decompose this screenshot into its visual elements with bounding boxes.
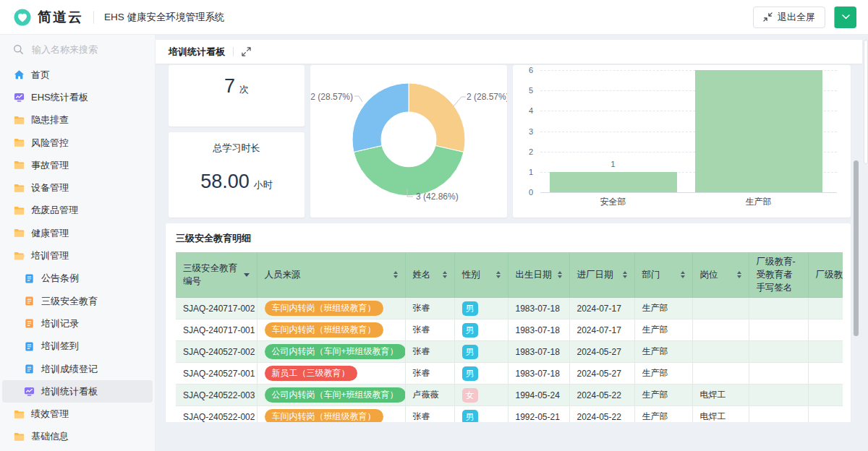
jiandaoyun-logo-icon [13, 8, 32, 27]
exit-fullscreen-button[interactable]: 退出全屏 [753, 7, 825, 28]
sort-icon[interactable] [496, 271, 501, 278]
sidebar-item-label: 健康管理 [31, 227, 69, 240]
cell-education-id: SJAQ-240717-001 [176, 319, 257, 341]
column-header[interactable]: 人员来源 [257, 252, 405, 298]
sort-icon[interactable] [623, 271, 627, 278]
column-header[interactable]: 厂级教育-受教育者手写签名 [749, 252, 808, 298]
cell-gender: 男 [454, 319, 508, 341]
sort-icon[interactable] [737, 271, 741, 278]
cell-name: 张睿 [405, 363, 454, 385]
cell-signature [749, 406, 808, 422]
sidebar-item-label: 培训签到 [41, 340, 79, 353]
table-row[interactable]: SJAQ-240717-001车间内转岗（班组级教育）张睿男1983-07-18… [176, 319, 843, 341]
y-tick-label: 6 [513, 66, 533, 74]
sidebar-item-health-management[interactable]: 健康管理 [2, 222, 153, 244]
cell-department: 生产部 [634, 319, 692, 341]
donut-label-bottom: 3 (42.86%) [416, 192, 459, 202]
chevron-down-icon[interactable] [834, 7, 856, 28]
sidebar-search[interactable] [0, 35, 155, 60]
sidebar-item-performance-management[interactable]: 绩效管理 [2, 403, 153, 425]
donut-chart [310, 65, 507, 218]
header-divider [93, 11, 94, 24]
cell-post [692, 298, 749, 319]
sidebar-item-label: 设备管理 [31, 181, 69, 194]
cell-birth-date: 1983-07-18 [508, 363, 569, 385]
source-badge: 新员工（三级教育） [265, 366, 357, 381]
gender-badge: 男 [462, 366, 478, 381]
content-scrollbar-thumb[interactable] [854, 160, 859, 336]
sidebar-item-three-level-safety-education[interactable]: 三级安全教育 [2, 290, 153, 312]
install-template-button[interactable]: 安装模板(带数据) [834, 7, 856, 28]
sidebar-item-accident-management[interactable]: 事故管理 [2, 154, 153, 176]
sidebar-item-training-score-register[interactable]: 培训成绩登记 [2, 358, 153, 380]
cell-education-id: SJAQ-240522-003 [176, 385, 257, 406]
slice-blue[interactable] [352, 83, 409, 152]
app-logo[interactable]: 简道云 [13, 8, 83, 27]
safety-education-table: 三级安全教育编号人员来源姓名性别出生日期进厂日期部门岗位厂级教育-受教育者手写签… [176, 252, 843, 422]
sidebar-item-ehs-dashboard[interactable]: EHS统计看板 [2, 86, 153, 108]
cell-education-date [808, 363, 843, 385]
column-header[interactable]: 岗位 [692, 252, 749, 298]
sidebar-item-training-management[interactable]: 培训管理 [2, 244, 153, 267]
sidebar-item-hazardous-waste[interactable]: 危废品管理 [2, 199, 153, 222]
sidebar-item-hazard-inspection[interactable]: 隐患排查 [2, 109, 153, 132]
column-header[interactable]: 三级安全教育编号 [176, 252, 257, 298]
folder-icon [14, 228, 25, 239]
sidebar-item-equipment-management[interactable]: 设备管理 [2, 176, 153, 199]
dashboard-icon [24, 386, 35, 397]
table-row[interactable]: SJAQ-240527-001新员工（三级教育）张睿男1983-07-18202… [176, 363, 843, 385]
sidebar-item-home[interactable]: 首页 [2, 64, 153, 86]
cell-name: 张睿 [405, 406, 454, 422]
table-row[interactable]: SJAQ-240522-002车间内转岗（班组级教育）张睿男1992-05-21… [176, 406, 843, 422]
doc-orange-icon [24, 296, 35, 306]
gridline [540, 192, 837, 193]
cell-gender: 男 [454, 406, 508, 422]
sidebar-item-training-signin[interactable]: 培训签到 [2, 335, 153, 358]
slice-green[interactable] [354, 146, 464, 196]
sidebar-item-label: 培训管理 [31, 249, 69, 262]
donut-chart-card: 2 (28.57%) 2 (28.57%) 3 (42.86%) [310, 65, 507, 218]
cell-education-date [808, 406, 843, 422]
column-header[interactable]: 进厂日期 [569, 252, 634, 298]
sort-desc-icon[interactable] [244, 273, 250, 277]
sort-icon[interactable] [558, 271, 562, 278]
table-wrap: 三级安全教育编号人员来源姓名性别出生日期进厂日期部门岗位厂级教育-受教育者手写签… [176, 252, 843, 422]
table-row[interactable]: SJAQ-240717-002车间内转岗（班组级教育）张睿男1983-07-18… [176, 298, 843, 319]
cell-education-id: SJAQ-240522-002 [176, 406, 257, 422]
cell-post [692, 319, 749, 341]
table-row[interactable]: SJAQ-240522-003公司内转岗（车间+班组级教育）卢薇薇女1994-0… [176, 385, 843, 406]
sidebar-item-announcements[interactable]: 公告条例 [2, 267, 153, 290]
sidebar-item-risk-control[interactable]: 风险管控 [2, 132, 153, 154]
expand-icon[interactable] [242, 47, 251, 56]
dashboard-content: 7次 总学习时长 58.00小时 2 (28.57%) 2 (28.57%) 3… [156, 64, 862, 422]
y-tick-label: 4 [513, 106, 533, 115]
folder-icon [14, 409, 25, 420]
slice-orange[interactable] [409, 83, 465, 152]
stat-card-total-study-hours: 总学习时长 58.00小时 [169, 132, 305, 218]
sidebar-item-basic-info[interactable]: 基础信息 [2, 426, 153, 448]
y-tick-label: 3 [513, 127, 533, 136]
cell-post: 电焊工 [692, 406, 749, 422]
cell-signature [749, 341, 808, 363]
sidebar-item-training-records[interactable]: 培训记录 [2, 312, 153, 335]
bar-安全部[interactable] [550, 172, 677, 192]
sidebar-item-training-dashboard[interactable]: 培训统计看板 [2, 380, 153, 403]
cell-personnel-source: 公司内转岗（车间+班组级教育） [257, 385, 405, 406]
search-input[interactable] [30, 43, 142, 56]
column-header[interactable]: 出生日期 [508, 252, 569, 298]
sort-icon[interactable] [393, 271, 398, 278]
column-header[interactable]: 性别 [454, 252, 508, 298]
column-header[interactable]: 姓名 [405, 252, 454, 298]
column-header[interactable]: 部门 [634, 252, 692, 298]
window-scrollbar-thumb[interactable] [864, 40, 868, 164]
column-header[interactable]: 厂级教育-教育日期 [808, 252, 843, 298]
table-row[interactable]: SJAQ-240527-002公司内转岗（车间+班组级教育）张睿男1983-07… [176, 341, 843, 363]
sort-icon[interactable] [681, 271, 685, 278]
cell-personnel-source: 车间内转岗（班组级教育） [257, 298, 405, 319]
search-icon [13, 44, 24, 55]
sort-icon[interactable] [443, 271, 447, 278]
page-title: 培训统计看板 [169, 46, 225, 59]
gender-badge: 男 [462, 345, 478, 359]
cell-personnel-source: 车间内转岗（班组级教育） [257, 319, 405, 341]
bar-生产部[interactable] [695, 70, 822, 192]
